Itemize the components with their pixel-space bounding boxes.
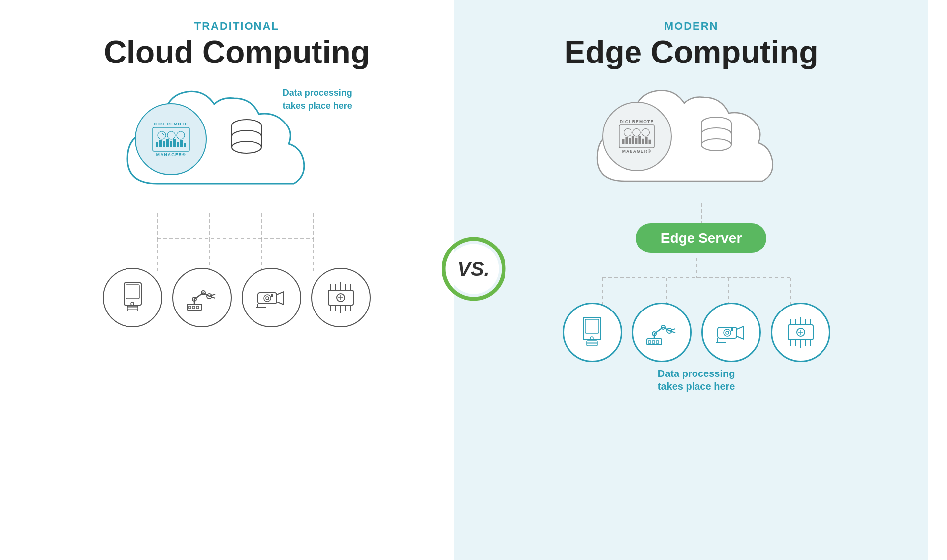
svg-point-2	[167, 131, 175, 139]
svg-point-23	[232, 141, 261, 153]
right-camera-icon	[701, 303, 761, 362]
dashboard-icon	[152, 126, 190, 152]
right-devices-row	[563, 303, 830, 362]
svg-rect-34	[126, 285, 139, 299]
svg-rect-57	[271, 294, 273, 297]
svg-rect-108	[648, 341, 651, 343]
svg-rect-81	[638, 136, 641, 144]
right-kiosk-icon	[563, 303, 622, 362]
right-panel: MODERN Edge Computing DIGI REMOTE	[454, 0, 928, 560]
svg-point-75	[642, 129, 649, 136]
left-devices-row	[103, 268, 371, 327]
svg-line-4	[159, 133, 162, 135]
svg-point-93	[701, 139, 731, 151]
svg-rect-109	[652, 341, 655, 343]
svg-rect-39	[187, 304, 202, 310]
right-drm-top: DIGI REMOTE	[620, 119, 654, 124]
left-dashed-lines	[103, 213, 371, 273]
svg-line-5	[162, 133, 164, 135]
svg-rect-80	[635, 138, 638, 144]
right-subtitle: MODERN	[664, 20, 719, 33]
svg-rect-9	[166, 139, 169, 147]
left-compressor-icon	[311, 268, 371, 327]
right-robot-arm-icon	[632, 303, 692, 362]
right-data-processing-label: Data processingtakes place here	[658, 367, 735, 393]
svg-rect-40	[189, 306, 191, 309]
svg-point-52	[264, 295, 271, 302]
right-dashboard-icon	[618, 124, 655, 149]
left-title: Cloud Computing	[104, 35, 370, 69]
svg-point-121	[726, 331, 729, 334]
svg-rect-42	[196, 306, 199, 309]
svg-rect-84	[649, 140, 651, 144]
svg-rect-36	[127, 306, 138, 311]
svg-rect-104	[587, 341, 597, 346]
svg-point-74	[633, 129, 640, 136]
right-drm-bottom: MANAGER®	[622, 149, 652, 154]
left-robot-arm-icon	[172, 268, 232, 327]
svg-point-53	[266, 297, 269, 300]
svg-rect-79	[632, 136, 634, 144]
left-data-processing-label: Data processingtakes place here	[274, 87, 361, 112]
svg-rect-83	[645, 137, 648, 144]
svg-marker-122	[737, 326, 744, 339]
svg-rect-107	[647, 339, 662, 345]
left-subtitle: TRADITIONAL	[194, 20, 279, 33]
left-kiosk-icon	[103, 268, 162, 327]
vs-label: VS.	[457, 257, 489, 280]
left-database-icon	[227, 117, 266, 168]
svg-rect-13	[180, 140, 183, 147]
left-camera-icon	[242, 268, 301, 327]
svg-point-73	[624, 129, 631, 136]
svg-line-118	[669, 331, 675, 333]
left-panel: TRADITIONAL Cloud Computing DIGI REMOTE	[0, 0, 474, 560]
right-dashed-lines	[558, 258, 835, 308]
svg-rect-125	[731, 328, 733, 331]
svg-rect-76	[622, 139, 625, 144]
edge-server-label: Edge Server	[661, 230, 742, 246]
svg-line-117	[669, 329, 675, 331]
svg-rect-101	[583, 317, 601, 340]
left-drm-circle: DIGI REMOTE	[135, 103, 207, 175]
svg-line-49	[209, 294, 215, 296]
svg-point-1	[158, 131, 166, 139]
svg-rect-33	[124, 283, 141, 305]
right-drm-circle: DIGI REMOTE MANAGER®	[602, 102, 672, 171]
svg-rect-77	[626, 137, 628, 144]
svg-rect-6	[156, 142, 158, 147]
left-drm-top: DIGI REMOTE	[154, 122, 188, 126]
svg-point-3	[177, 131, 185, 139]
left-drm-bottom: MANAGER®	[156, 152, 186, 157]
svg-point-120	[724, 329, 731, 336]
svg-rect-78	[629, 138, 631, 144]
svg-line-50	[209, 296, 215, 298]
svg-rect-8	[163, 141, 165, 147]
vs-badge: VS.	[445, 240, 502, 297]
right-title: Edge Computing	[565, 35, 819, 69]
svg-rect-102	[585, 319, 599, 333]
edge-server-badge: Edge Server	[636, 223, 766, 253]
svg-marker-54	[277, 292, 284, 305]
right-database-icon	[696, 114, 736, 166]
svg-rect-10	[170, 141, 172, 147]
svg-rect-110	[656, 341, 659, 343]
svg-rect-41	[192, 306, 195, 309]
svg-rect-11	[173, 139, 176, 147]
right-compressor-icon	[771, 303, 830, 362]
svg-rect-7	[159, 140, 162, 147]
svg-rect-14	[184, 143, 186, 147]
svg-rect-12	[177, 142, 179, 147]
svg-rect-82	[642, 139, 644, 144]
